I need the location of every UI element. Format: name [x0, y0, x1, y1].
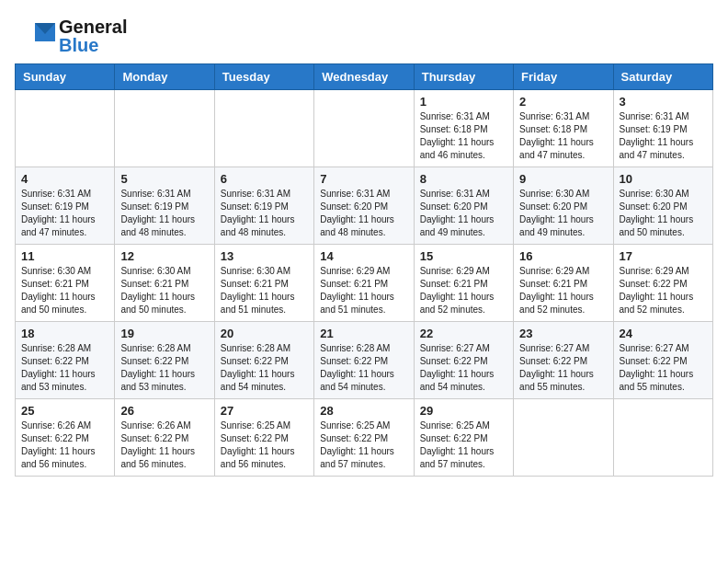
day-cell-5: 5Sunrise: 6:31 AM Sunset: 6:19 PM Daylig… — [115, 167, 214, 245]
day-info: Sunrise: 6:31 AM Sunset: 6:19 PM Dayligh… — [221, 188, 308, 239]
weekday-header-tuesday: Tuesday — [214, 64, 313, 90]
week-row-5: 25Sunrise: 6:26 AM Sunset: 6:22 PM Dayli… — [16, 399, 713, 477]
day-cell-4: 4Sunrise: 6:31 AM Sunset: 6:19 PM Daylig… — [16, 167, 115, 245]
day-cell-26: 26Sunrise: 6:26 AM Sunset: 6:22 PM Dayli… — [115, 399, 214, 477]
day-info: Sunrise: 6:26 AM Sunset: 6:22 PM Dayligh… — [120, 419, 208, 471]
day-cell-3: 3Sunrise: 6:31 AM Sunset: 6:19 PM Daylig… — [613, 90, 712, 167]
day-number: 22 — [420, 327, 507, 340]
logo-general-text: General — [59, 17, 127, 37]
day-number: 18 — [21, 327, 108, 340]
calendar-table: SundayMondayTuesdayWednesdayThursdayFrid… — [15, 63, 713, 477]
day-info: Sunrise: 6:28 AM Sunset: 6:22 PM Dayligh… — [221, 342, 308, 394]
week-row-1: 1Sunrise: 6:31 AM Sunset: 6:18 PM Daylig… — [16, 90, 713, 167]
day-info: Sunrise: 6:28 AM Sunset: 6:22 PM Dayligh… — [21, 342, 108, 394]
day-info: Sunrise: 6:27 AM Sunset: 6:22 PM Dayligh… — [519, 342, 607, 394]
weekday-header-saturday: Saturday — [613, 64, 712, 90]
day-info: Sunrise: 6:30 AM Sunset: 6:20 PM Dayligh… — [620, 188, 707, 239]
day-number: 20 — [221, 327, 308, 340]
day-info: Sunrise: 6:27 AM Sunset: 6:22 PM Dayligh… — [420, 342, 507, 394]
day-number: 11 — [21, 249, 108, 263]
day-number: 16 — [519, 249, 607, 263]
day-info: Sunrise: 6:26 AM Sunset: 6:22 PM Dayligh… — [21, 419, 108, 471]
weekday-header-sunday: Sunday — [16, 64, 115, 90]
logo-bird-icon — [15, 16, 55, 56]
day-cell-11: 11Sunrise: 6:30 AM Sunset: 6:21 PM Dayli… — [16, 245, 115, 322]
day-cell-25: 25Sunrise: 6:26 AM Sunset: 6:22 PM Dayli… — [16, 399, 115, 477]
empty-cell — [514, 399, 613, 477]
day-cell-13: 13Sunrise: 6:30 AM Sunset: 6:21 PM Dayli… — [214, 245, 313, 322]
day-cell-23: 23Sunrise: 6:27 AM Sunset: 6:22 PM Dayli… — [514, 322, 613, 399]
day-cell-14: 14Sunrise: 6:29 AM Sunset: 6:21 PM Dayli… — [314, 245, 414, 322]
weekday-header-row: SundayMondayTuesdayWednesdayThursdayFrid… — [16, 64, 713, 90]
day-number: 5 — [120, 172, 208, 186]
day-cell-29: 29Sunrise: 6:25 AM Sunset: 6:22 PM Dayli… — [414, 399, 513, 477]
day-info: Sunrise: 6:27 AM Sunset: 6:22 PM Dayligh… — [620, 342, 707, 394]
day-info: Sunrise: 6:31 AM Sunset: 6:19 PM Dayligh… — [21, 188, 108, 239]
weekday-header-thursday: Thursday — [414, 64, 513, 90]
day-number: 6 — [221, 172, 308, 186]
week-row-3: 11Sunrise: 6:30 AM Sunset: 6:21 PM Dayli… — [16, 245, 713, 322]
day-info: Sunrise: 6:31 AM Sunset: 6:19 PM Dayligh… — [120, 188, 208, 239]
day-cell-27: 27Sunrise: 6:25 AM Sunset: 6:22 PM Dayli… — [214, 399, 313, 477]
logo: GeneralBlue — [15, 15, 127, 56]
day-info: Sunrise: 6:29 AM Sunset: 6:21 PM Dayligh… — [519, 265, 607, 316]
day-info: Sunrise: 6:30 AM Sunset: 6:21 PM Dayligh… — [21, 265, 108, 316]
weekday-header-wednesday: Wednesday — [314, 64, 414, 90]
day-cell-9: 9Sunrise: 6:30 AM Sunset: 6:20 PM Daylig… — [514, 167, 613, 245]
day-number: 26 — [120, 404, 208, 418]
weekday-header-friday: Friday — [514, 64, 613, 90]
page-header: GeneralBlue — [15, 15, 713, 56]
day-info: Sunrise: 6:28 AM Sunset: 6:22 PM Dayligh… — [320, 342, 407, 394]
weekday-header-monday: Monday — [115, 64, 214, 90]
day-cell-19: 19Sunrise: 6:28 AM Sunset: 6:22 PM Dayli… — [115, 322, 214, 399]
day-number: 10 — [620, 172, 707, 186]
day-cell-8: 8Sunrise: 6:31 AM Sunset: 6:20 PM Daylig… — [414, 167, 513, 245]
empty-cell — [314, 90, 414, 167]
day-number: 23 — [519, 327, 607, 340]
empty-cell — [16, 90, 115, 167]
day-number: 9 — [519, 172, 607, 186]
day-info: Sunrise: 6:29 AM Sunset: 6:21 PM Dayligh… — [420, 265, 507, 316]
logo-blue-text: Blue — [59, 35, 127, 56]
empty-cell — [613, 399, 712, 477]
day-info: Sunrise: 6:29 AM Sunset: 6:22 PM Dayligh… — [620, 265, 707, 316]
day-cell-18: 18Sunrise: 6:28 AM Sunset: 6:22 PM Dayli… — [16, 322, 115, 399]
day-cell-28: 28Sunrise: 6:25 AM Sunset: 6:22 PM Dayli… — [314, 399, 414, 477]
day-number: 12 — [120, 249, 208, 263]
day-info: Sunrise: 6:31 AM Sunset: 6:20 PM Dayligh… — [320, 188, 407, 239]
day-cell-20: 20Sunrise: 6:28 AM Sunset: 6:22 PM Dayli… — [214, 322, 313, 399]
day-cell-22: 22Sunrise: 6:27 AM Sunset: 6:22 PM Dayli… — [414, 322, 513, 399]
day-number: 1 — [420, 95, 507, 109]
day-info: Sunrise: 6:30 AM Sunset: 6:20 PM Dayligh… — [519, 188, 607, 239]
day-number: 15 — [420, 249, 507, 263]
day-number: 24 — [620, 327, 707, 340]
week-row-2: 4Sunrise: 6:31 AM Sunset: 6:19 PM Daylig… — [16, 167, 713, 245]
day-cell-12: 12Sunrise: 6:30 AM Sunset: 6:21 PM Dayli… — [115, 245, 214, 322]
day-number: 13 — [221, 249, 308, 263]
day-info: Sunrise: 6:31 AM Sunset: 6:18 PM Dayligh… — [420, 110, 507, 162]
day-info: Sunrise: 6:31 AM Sunset: 6:20 PM Dayligh… — [420, 188, 507, 239]
week-row-4: 18Sunrise: 6:28 AM Sunset: 6:22 PM Dayli… — [16, 322, 713, 399]
day-cell-17: 17Sunrise: 6:29 AM Sunset: 6:22 PM Dayli… — [613, 245, 712, 322]
day-number: 17 — [620, 249, 707, 263]
day-number: 3 — [620, 95, 707, 109]
day-number: 21 — [320, 327, 407, 340]
day-info: Sunrise: 6:31 AM Sunset: 6:19 PM Dayligh… — [620, 110, 707, 162]
day-cell-24: 24Sunrise: 6:27 AM Sunset: 6:22 PM Dayli… — [613, 322, 712, 399]
day-info: Sunrise: 6:30 AM Sunset: 6:21 PM Dayligh… — [120, 265, 208, 316]
day-cell-7: 7Sunrise: 6:31 AM Sunset: 6:20 PM Daylig… — [314, 167, 414, 245]
day-number: 14 — [320, 249, 407, 263]
day-info: Sunrise: 6:30 AM Sunset: 6:21 PM Dayligh… — [221, 265, 308, 316]
day-number: 7 — [320, 172, 407, 186]
day-info: Sunrise: 6:25 AM Sunset: 6:22 PM Dayligh… — [320, 419, 407, 471]
empty-cell — [115, 90, 214, 167]
day-info: Sunrise: 6:25 AM Sunset: 6:22 PM Dayligh… — [420, 419, 507, 471]
day-number: 29 — [420, 404, 507, 418]
day-info: Sunrise: 6:25 AM Sunset: 6:22 PM Dayligh… — [221, 419, 308, 471]
day-number: 28 — [320, 404, 407, 418]
day-number: 19 — [120, 327, 208, 340]
empty-cell — [214, 90, 313, 167]
day-cell-6: 6Sunrise: 6:31 AM Sunset: 6:19 PM Daylig… — [214, 167, 313, 245]
day-cell-21: 21Sunrise: 6:28 AM Sunset: 6:22 PM Dayli… — [314, 322, 414, 399]
day-number: 4 — [21, 172, 108, 186]
